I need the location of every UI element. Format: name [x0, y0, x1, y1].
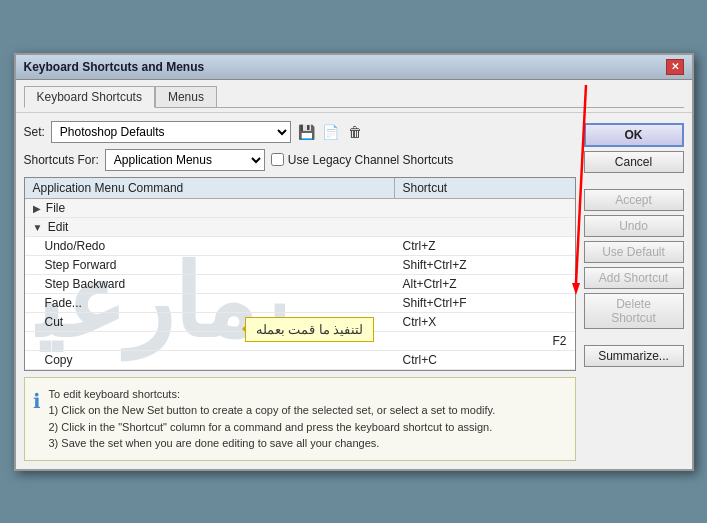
tooltip-balloon: لتنفيذ ما قمت بعمله — [245, 317, 375, 342]
table-row[interactable]: Fade... Shift+Ctrl+F — [25, 294, 575, 313]
shortcut-cell: Shift+Ctrl+Z — [395, 256, 575, 274]
shortcut-cell — [395, 218, 575, 236]
legacy-shortcuts-checkbox-label[interactable]: Use Legacy Channel Shortcuts — [271, 153, 453, 167]
column-shortcut: Shortcut — [395, 178, 575, 198]
command-cell: Copy — [25, 351, 395, 369]
tab-keyboard-shortcuts[interactable]: Keyboard Shortcuts — [24, 86, 155, 108]
legacy-shortcuts-label: Use Legacy Channel Shortcuts — [288, 153, 453, 167]
table-body[interactable]: ▶ File ▼ Edit U — [25, 199, 575, 370]
shortcuts-for-row: Shortcuts For: Application Menus Use Leg… — [24, 149, 576, 171]
shortcuts-table: سمارعيلا Application Menu Command Shortc… — [24, 177, 576, 371]
command-cell: Undo/Redo — [25, 237, 395, 255]
close-button[interactable]: ✕ — [666, 59, 684, 75]
info-text: To edit keyboard shortcuts: 1) Click on … — [49, 386, 496, 452]
command-cell: Step Forward — [25, 256, 395, 274]
save-icon[interactable]: 💾 — [297, 122, 317, 142]
command-cell: ▶ File — [25, 199, 395, 217]
shortcut-cell: Alt+Ctrl+Z — [395, 275, 575, 293]
legacy-shortcuts-checkbox[interactable] — [271, 153, 284, 166]
left-panel: Set: Photoshop Defaults 💾 📄 🗑 Shortcuts … — [24, 121, 576, 461]
table-row[interactable]: Copy Ctrl+C — [25, 351, 575, 370]
toolbar-icons: 💾 📄 🗑 — [297, 122, 365, 142]
set-row: Set: Photoshop Defaults 💾 📄 🗑 — [24, 121, 576, 143]
column-command: Application Menu Command — [25, 178, 395, 198]
add-shortcut-button[interactable]: Add Shortcut — [584, 267, 684, 289]
info-icon: ℹ — [33, 386, 41, 452]
dialog-title: Keyboard Shortcuts and Menus — [24, 60, 205, 74]
right-panel: OK Cancel Accept Undo Use Default Add Sh… — [584, 121, 684, 461]
use-default-button[interactable]: Use Default — [584, 241, 684, 263]
info-box: ℹ To edit keyboard shortcuts: 1) Click o… — [24, 377, 576, 461]
delete-shortcut-button[interactable]: Delete Shortcut — [584, 293, 684, 329]
undo-button[interactable]: Undo — [584, 215, 684, 237]
keyboard-shortcuts-dialog: Keyboard Shortcuts and Menus ✕ Keyboard … — [14, 53, 694, 471]
expand-icon: ▶ — [33, 203, 41, 214]
tabs-container: Keyboard Shortcuts Menus — [16, 80, 692, 113]
table-row[interactable]: ▶ File — [25, 199, 575, 218]
table-row[interactable]: Step Forward Shift+Ctrl+Z — [25, 256, 575, 275]
cancel-button[interactable]: Cancel — [584, 151, 684, 173]
shortcut-cell: Ctrl+X — [395, 313, 575, 331]
tabs: Keyboard Shortcuts Menus — [24, 86, 684, 108]
dialog-body: Set: Photoshop Defaults 💾 📄 🗑 Shortcuts … — [16, 113, 692, 469]
shortcuts-for-dropdown[interactable]: Application Menus — [105, 149, 265, 171]
delete-set-icon[interactable]: 🗑 — [345, 122, 365, 142]
shortcut-cell: F2 — [544, 332, 574, 350]
title-bar: Keyboard Shortcuts and Menus ✕ — [16, 55, 692, 80]
collapse-icon: ▼ — [33, 222, 43, 233]
summarize-button[interactable]: Summarize... — [584, 345, 684, 367]
tooltip-text: لتنفيذ ما قمت بعمله — [256, 322, 364, 337]
shortcut-cell: Ctrl+Z — [395, 237, 575, 255]
set-label: Set: — [24, 125, 45, 139]
tab-menus[interactable]: Menus — [155, 86, 217, 107]
shortcut-cell: Ctrl+C — [395, 351, 575, 369]
ok-button[interactable]: OK — [584, 123, 684, 147]
command-cell: Fade... — [25, 294, 395, 312]
row-name: File — [46, 201, 65, 215]
table-row[interactable]: Step Backward Alt+Ctrl+Z — [25, 275, 575, 294]
set-dropdown[interactable]: Photoshop Defaults — [51, 121, 291, 143]
command-cell: Step Backward — [25, 275, 395, 293]
table-row[interactable]: Undo/Redo Ctrl+Z — [25, 237, 575, 256]
shortcuts-for-label: Shortcuts For: — [24, 153, 99, 167]
shortcut-cell — [395, 199, 575, 217]
command-cell: ▼ Edit — [25, 218, 395, 236]
table-row[interactable]: F2 لتنفيذ ما قمت بعمله — [25, 332, 575, 351]
table-row[interactable]: ▼ Edit — [25, 218, 575, 237]
shortcut-cell: Shift+Ctrl+F — [395, 294, 575, 312]
accept-button[interactable]: Accept — [584, 189, 684, 211]
row-name: Edit — [48, 220, 69, 234]
new-set-icon[interactable]: 📄 — [321, 122, 341, 142]
table-header: Application Menu Command Shortcut — [25, 178, 575, 199]
